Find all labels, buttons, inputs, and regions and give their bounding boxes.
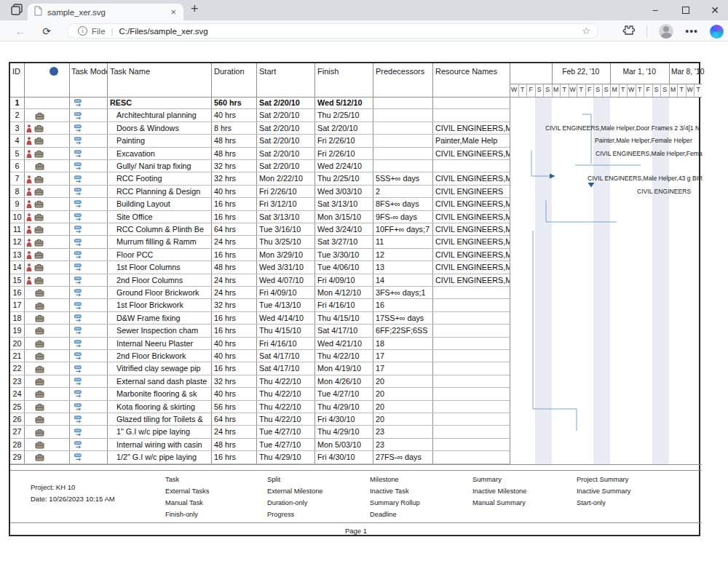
task-id-cell: 25	[10, 401, 24, 413]
duration-cell: 32 hrs	[211, 160, 256, 172]
window-minimize-button[interactable]: –	[641, 0, 670, 20]
start-cell: Fri 4/09/10	[256, 287, 314, 299]
resources-cell: CIVIL ENGINEERS,M	[432, 172, 510, 185]
task-id-cell: 21	[10, 350, 24, 362]
task-name-cell: 1st Floor Brickwork	[107, 299, 211, 311]
task-id-cell: 10	[10, 211, 24, 223]
new-tab-button[interactable]: +	[191, 1, 199, 17]
task-name-cell: D&W Frame fixing	[107, 312, 211, 325]
menu-dots-icon[interactable]: •••	[685, 25, 698, 37]
task-id-cell: 2	[10, 109, 24, 122]
favorite-star-icon[interactable]: ☆	[582, 25, 590, 36]
finish-cell: Thu 2/25/10	[314, 109, 373, 122]
resources-cell: CIVIL ENGINEERS,M	[432, 261, 510, 274]
extensions-icon[interactable]	[622, 24, 635, 39]
predecessors-cell: 3FS+∞ days;1	[373, 287, 432, 299]
task-mode-cell	[69, 122, 107, 135]
indicator-cell	[24, 97, 69, 109]
resources-cell: CIVIL ENGINEERS,M	[432, 223, 510, 236]
column-header-finish: Finish	[317, 67, 339, 76]
footer-project: Project: KH 10	[31, 482, 75, 493]
resources-cell	[432, 160, 510, 172]
indicator-cell	[24, 338, 69, 350]
indicator-cell	[24, 287, 69, 299]
address-bar[interactable]: i File | C:/Files/sample_xer.svg ☆	[67, 23, 598, 39]
window-maximize-button[interactable]	[671, 0, 700, 20]
duration-cell: 24 hrs	[211, 274, 256, 287]
indicator-cell	[24, 236, 69, 248]
task-mode-cell	[69, 198, 107, 210]
info-indicator-icon	[50, 67, 58, 76]
finish-cell: Fri 4/16/10	[314, 299, 373, 311]
indicator-cell	[24, 439, 69, 451]
task-name-cell: Murrum filling & Ramm	[107, 236, 211, 248]
browser-tab[interactable]: sample_xer.svg ×	[28, 4, 183, 20]
refresh-icon[interactable]: ⟳	[38, 23, 55, 40]
task-mode-icon	[74, 352, 84, 360]
start-cell: Tue 4/27/10	[256, 426, 314, 438]
resources-cell	[432, 426, 510, 438]
profile-avatar[interactable]	[659, 24, 673, 39]
day-header-cell: F	[585, 84, 594, 97]
task-mode-icon	[74, 276, 84, 285]
indicator-cell	[24, 401, 69, 413]
tab-close-icon[interactable]: ×	[169, 7, 178, 17]
workspaces-icon[interactable]	[7, 2, 28, 18]
day-header-cell: F	[526, 84, 535, 97]
task-mode-icon	[74, 365, 84, 373]
window-close-button[interactable]: ✕	[700, 0, 728, 20]
finish-cell: Mon 4/12/10	[314, 287, 373, 299]
assignment-icon	[35, 453, 44, 461]
task-id-cell: 20	[10, 338, 24, 350]
resources-cell	[432, 109, 510, 122]
task-mode-cell	[69, 451, 107, 463]
copilot-icon[interactable]	[710, 25, 724, 39]
assignment-icon	[34, 213, 44, 221]
task-mode-cell	[69, 261, 107, 274]
page-info-icon[interactable]: i	[78, 26, 87, 36]
task-mode-cell	[69, 338, 107, 350]
column-header-resource-names: Resource Names	[435, 67, 497, 76]
start-cell: Fri 3/12/10	[256, 198, 314, 210]
duration-cell: 16 hrs	[211, 312, 256, 325]
assignment-icon	[34, 263, 44, 271]
task-mode-icon	[74, 378, 84, 386]
resources-cell	[432, 312, 510, 325]
table-row: 152nd Floor Columns24 hrsWed 4/07/10Fri …	[10, 274, 702, 287]
resources-cell: CIVIL ENGINEERS,M	[432, 249, 510, 261]
start-cell: Thu 4/22/10	[256, 413, 314, 426]
legend-item: Finish-only	[165, 509, 209, 520]
task-mode-icon	[74, 453, 84, 461]
table-row: 13Floor PCC16 hrsMon 3/29/10Tue 3/30/101…	[10, 249, 702, 261]
predecessors-cell: 23	[373, 426, 432, 438]
start-cell: Wed 4/07/10	[256, 274, 314, 287]
task-id-cell: 1	[10, 97, 24, 109]
task-mode-icon	[74, 226, 84, 234]
legend-item: External Tasks	[165, 485, 209, 497]
resources-cell	[432, 439, 510, 451]
finish-cell: Thu 4/15/10	[314, 312, 373, 325]
document-icon	[33, 6, 42, 19]
overallocated-person-icon	[26, 239, 32, 247]
back-icon[interactable]: ←	[12, 23, 29, 40]
finish-cell: Sat 3/13/10	[314, 198, 373, 210]
assignment-icon	[34, 150, 44, 158]
table-row: 16Ground Floor Brickwork24 hrsFri 4/09/1…	[10, 287, 702, 299]
start-cell: Thu 3/25/10	[256, 236, 314, 248]
duration-cell: 24 hrs	[211, 236, 256, 248]
duration-cell: 560 hrs	[211, 97, 256, 109]
duration-cell: 64 hrs	[211, 413, 256, 426]
predecessors-cell: 2	[373, 186, 432, 198]
table-row: 24Marbonite flooring & sk40 hrsThu 4/22/…	[10, 388, 702, 400]
duration-cell: 40 hrs	[211, 109, 256, 122]
task-name-cell: Gully/ Nani trap fixing	[107, 160, 211, 172]
task-name-cell: Vitrified clay sewage pip	[107, 362, 211, 375]
predecessors-cell: 13	[373, 261, 432, 274]
indicator-cell	[24, 223, 69, 236]
task-id-cell: 15	[10, 274, 24, 287]
duration-cell: 40 hrs	[211, 350, 256, 362]
task-mode-icon	[74, 239, 84, 247]
legend-column: MilestoneInactive TaskSummary RollupDead…	[370, 474, 420, 520]
task-mode-icon	[74, 263, 84, 271]
table-row: 2Architechtural planning40 hrsSat 2/20/1…	[10, 109, 702, 122]
